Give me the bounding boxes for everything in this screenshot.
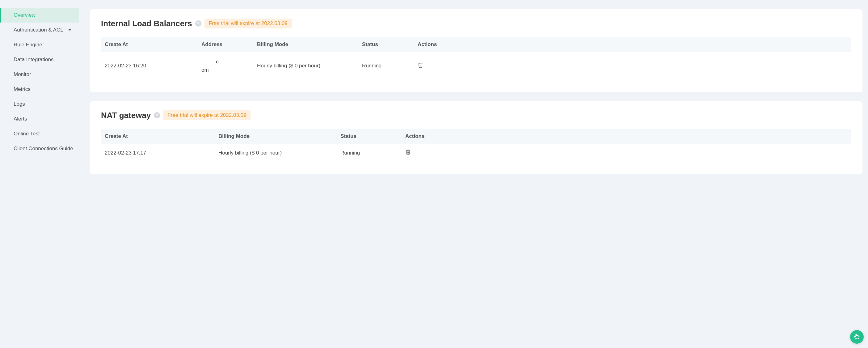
- row-divider: [101, 80, 851, 80]
- chevron-down-icon: [68, 29, 71, 31]
- card-header: NAT gateway ? Free trial will expire at …: [101, 110, 851, 120]
- col-status: Status: [337, 133, 402, 139]
- card-nat-gateway: NAT gateway ? Free trial will expire at …: [90, 101, 862, 174]
- delete-icon[interactable]: [405, 149, 411, 155]
- sidebar-item-metrics[interactable]: Metrics: [0, 82, 79, 97]
- table-row: 2022-02-23 17:17 Hourly billing ($ 0 per…: [101, 144, 851, 162]
- trial-expiry-badge: Free trial will expire at 2022.03.09: [163, 110, 250, 120]
- cell-billing-mode: Hourly billing ($ 0 per hour): [215, 150, 337, 156]
- cell-billing-mode: Hourly billing ($ 0 per hour): [254, 63, 359, 69]
- card-title: Internal Load Balancers: [101, 19, 192, 28]
- sidebar-item-label: Metrics: [13, 86, 31, 92]
- delete-icon[interactable]: [417, 62, 423, 68]
- trial-expiry-badge: Free trial will expire at 2022.03.09: [205, 19, 292, 28]
- col-create-at: Create At: [101, 133, 215, 139]
- sidebar-item-label: Data Integrations: [13, 57, 54, 63]
- table-header-row: Create At Address Billing Mode Status Ac…: [101, 37, 851, 52]
- col-billing-mode: Billing Mode: [215, 133, 337, 139]
- col-actions: Actions: [414, 41, 851, 48]
- sidebar-item-data-integrations[interactable]: Data Integrations: [0, 52, 79, 67]
- cell-create-at: 2022-02-23 17:17: [101, 150, 215, 156]
- card-internal-load-balancers: Internal Load Balancers ? Free trial wil…: [90, 9, 862, 92]
- cell-actions: [402, 149, 851, 156]
- cell-status: Running: [359, 63, 414, 69]
- help-icon[interactable]: ?: [154, 112, 160, 118]
- sidebar-item-label: Alerts: [13, 116, 27, 122]
- sidebar-item-overview[interactable]: Overview: [0, 8, 79, 23]
- sidebar-item-label: Logs: [13, 101, 25, 107]
- sidebar: Overview Authentication & ACL Rule Engin…: [0, 0, 79, 348]
- cell-actions: [414, 62, 851, 69]
- sidebar-item-label: Authentication & ACL: [13, 27, 63, 33]
- cell-create-at: 2022-02-23 16:20: [101, 63, 198, 69]
- sidebar-item-monitor[interactable]: Monitor: [0, 67, 79, 82]
- sidebar-item-label: Online Test: [13, 131, 40, 137]
- main-content: Internal Load Balancers ? Free trial wil…: [79, 0, 868, 348]
- sidebar-item-rule-engine[interactable]: Rule Engine: [0, 37, 79, 52]
- col-status: Status: [359, 41, 414, 48]
- table-row: 2022-02-23 16:20 .c om Hourly billing ($…: [101, 52, 851, 80]
- help-fab[interactable]: [850, 330, 864, 344]
- sidebar-item-client-connections-guide[interactable]: Client Connections Guide: [0, 141, 79, 156]
- sidebar-item-label: Monitor: [13, 71, 31, 78]
- table-header-row: Create At Billing Mode Status Actions: [101, 129, 851, 144]
- col-address: Address: [198, 41, 254, 48]
- col-actions: Actions: [402, 133, 851, 139]
- sidebar-item-label: Overview: [13, 12, 35, 18]
- card-header: Internal Load Balancers ? Free trial wil…: [101, 19, 851, 28]
- sidebar-item-label: Rule Engine: [13, 42, 42, 48]
- cell-address: .c om: [198, 57, 254, 74]
- sidebar-item-logs[interactable]: Logs: [0, 97, 79, 112]
- sidebar-item-online-test[interactable]: Online Test: [0, 126, 79, 141]
- sidebar-item-auth-acl[interactable]: Authentication & ACL: [0, 23, 79, 37]
- col-billing-mode: Billing Mode: [254, 41, 359, 48]
- sidebar-item-alerts[interactable]: Alerts: [0, 112, 79, 126]
- help-icon[interactable]: ?: [195, 20, 202, 27]
- col-create-at: Create At: [101, 41, 198, 48]
- sidebar-item-label: Client Connections Guide: [13, 146, 73, 152]
- pointer-icon: [854, 333, 860, 341]
- cell-status: Running: [337, 150, 402, 156]
- card-title: NAT gateway: [101, 111, 151, 120]
